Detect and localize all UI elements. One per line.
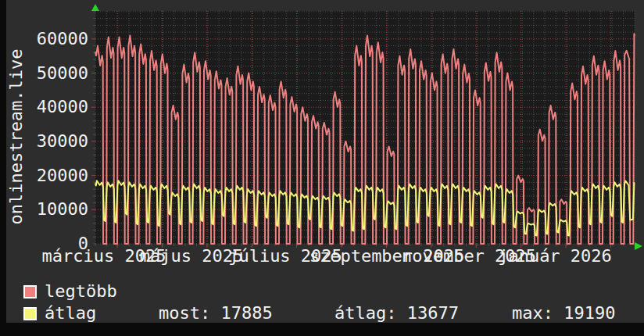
- y-tick-label: 20000: [30, 167, 88, 184]
- x-tick-label: január 2026: [498, 248, 612, 265]
- y-tick-label: 40000: [30, 98, 88, 116]
- stat-most: most: 17885: [159, 305, 273, 322]
- y-tick-label: 50000: [30, 65, 88, 82]
- y-axis-title: onlinestream.live: [6, 48, 26, 224]
- y-tick-label: 10000: [30, 201, 88, 218]
- rrd-graph: onlinestream.live 0100002000030000400005…: [0, 0, 644, 336]
- y-tick-label: 60000: [30, 30, 88, 48]
- y-axis-arrow-icon: [91, 4, 99, 11]
- stat-max: max: 19190: [512, 305, 615, 322]
- legend-label-legtobb: legtöbb: [45, 283, 117, 300]
- y-tick-label: 30000: [30, 133, 88, 150]
- legend-swatch-legtobb: [23, 285, 37, 298]
- legend-label-atlag: átlag: [45, 305, 96, 322]
- x-axis-arrow-icon: [635, 242, 642, 250]
- legend-swatch-atlag: [23, 307, 37, 320]
- stat-atlag: átlag: 13677: [335, 305, 459, 322]
